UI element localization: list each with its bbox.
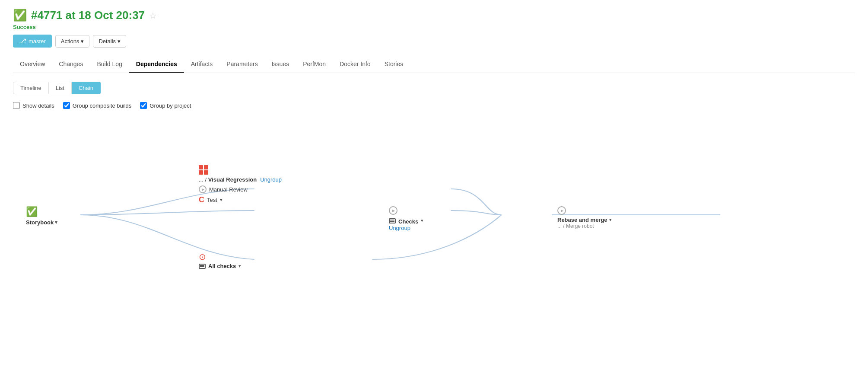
branch-button[interactable]: ⎇ master [13,35,52,48]
branch-label: master [29,38,46,45]
group-composite-checkbox[interactable] [63,102,70,109]
actions-chevron-icon: ▾ [81,38,84,45]
checks-play-icon [389,206,397,215]
storybook-success-icon: ✅ [26,206,38,217]
rebase-label[interactable]: Rebase and merge [557,217,607,223]
group-composite-option[interactable]: Group composite builds [63,102,132,109]
options-row: Show details Group composite builds Grou… [13,102,855,109]
toolbar: ⎇ master Actions ▾ Details ▾ [13,35,855,48]
sub-tab-chain[interactable]: Chain [72,82,101,94]
tab-issues[interactable]: Issues [265,56,296,73]
tab-artifacts[interactable]: Artifacts [184,56,220,73]
manual-review-item: Manual Review [199,185,248,193]
sub-tab-list[interactable]: List [49,82,72,94]
checks-node: Checks ▾ Ungroup [389,206,423,231]
checks-ungroup-link[interactable]: Ungroup [389,225,410,231]
tab-overview[interactable]: Overview [13,56,52,73]
all-checks-error-icon: ⊙ [199,252,206,262]
tab-build-log[interactable]: Build Log [90,56,129,73]
chain-diagram: ✅ Storybook ▾ ... / Visual Regression Un… [13,122,855,260]
show-details-checkbox[interactable] [13,102,20,109]
rebase-play-icon [557,206,566,215]
test-chevron-icon: ▾ [220,197,223,203]
checks-chevron-icon: ▾ [421,218,423,223]
all-checks-node: ⊙ All checks ▾ Ungroup [199,252,241,269]
storybook-node: ✅ Storybook ▾ [26,206,57,226]
page: ✅ #4771 at 18 Oct 20:37 ☆ Success ⎇ mast… [0,0,868,269]
vr-path-label: ... / Visual Regression [199,176,257,183]
vr-grid-icon [199,165,208,175]
show-details-label: Show details [22,102,54,109]
vr-ungroup-link[interactable]: Ungroup [260,176,282,183]
sub-tabs: Timeline List Chain [13,82,855,94]
rebase-sublabel: ... / Merge robot [557,223,594,229]
main-tabs: Overview Changes Build Log Dependencies … [13,56,855,73]
tab-perfmon[interactable]: PerfMon [296,56,333,73]
actions-button[interactable]: Actions ▾ [55,35,90,48]
tab-docker-info[interactable]: Docker Info [333,56,378,73]
status-badge: Success [13,24,855,30]
test-item: C Test ▾ [199,196,223,204]
sub-tab-timeline[interactable]: Timeline [13,82,49,94]
test-label[interactable]: Test [207,197,217,203]
rebase-node: Rebase and merge ▾ ... / Merge robot [557,206,612,229]
chain-connectors [13,122,855,260]
all-checks-label-row: All checks ▾ [199,263,241,269]
group-by-project-label: Group by project [149,102,191,109]
storybook-label[interactable]: Storybook ▾ [26,219,57,226]
test-cancel-icon: C [199,196,204,204]
tab-changes[interactable]: Changes [52,56,90,73]
manual-review-play-icon [199,185,207,193]
details-label: Details [99,38,116,45]
manual-review-label: Manual Review [209,186,248,193]
tab-dependencies[interactable]: Dependencies [129,56,184,73]
details-chevron-icon: ▾ [118,38,121,45]
build-header: ✅ #4771 at 18 Oct 20:37 ☆ [13,9,855,22]
tab-stories[interactable]: Stories [378,56,410,73]
group-by-project-checkbox[interactable] [140,102,147,109]
details-button[interactable]: Details ▾ [93,35,126,48]
tab-parameters[interactable]: Parameters [219,56,264,73]
all-checks-label[interactable]: All checks [208,263,236,269]
branch-icon: ⎇ [19,37,26,45]
success-check-icon: ✅ [13,9,27,22]
build-title: #4771 at 18 Oct 20:37 [31,9,145,22]
checks-label-row: Checks ▾ [389,217,423,225]
group-by-project-option[interactable]: Group by project [140,102,191,109]
rebase-chevron-icon: ▾ [609,217,612,223]
group-composite-label: Group composite builds [73,102,132,109]
checks-label[interactable]: Checks [398,218,418,225]
star-icon[interactable]: ☆ [149,10,157,21]
all-checks-chevron-icon: ▾ [238,263,241,269]
actions-label: Actions [61,38,79,45]
show-details-option[interactable]: Show details [13,102,54,109]
vr-group-node: ... / Visual Regression Ungroup Manual R… [199,165,282,206]
rebase-label-row: Rebase and merge ▾ [557,217,612,223]
storybook-chevron-icon: ▾ [55,220,57,225]
vr-group-title: ... / Visual Regression Ungroup [199,176,282,183]
